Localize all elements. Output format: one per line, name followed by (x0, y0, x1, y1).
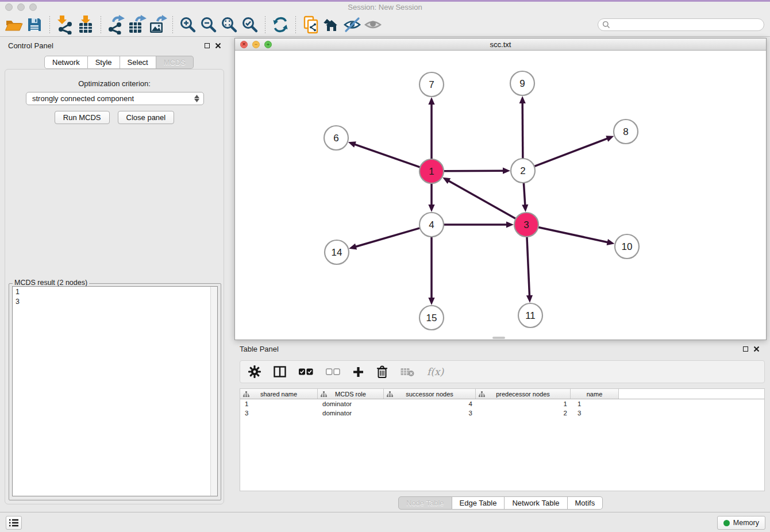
column-header-shared-name[interactable]: shared name (240, 389, 318, 399)
run-mcds-button[interactable]: Run MCDS (55, 111, 110, 124)
gear-icon[interactable] (248, 365, 261, 378)
graph-node-label: 1 (429, 166, 434, 177)
tab-mcds[interactable]: MCDS (156, 56, 194, 69)
graph-edge-arrow (349, 244, 357, 250)
cell-mcds-role[interactable]: dominator (318, 400, 384, 407)
cell-shared-name[interactable]: 3 (240, 410, 318, 417)
table-panel-header: Table Panel (234, 341, 767, 356)
app-zoom-button[interactable] (29, 3, 37, 11)
cell-successor-nodes[interactable]: 3 (384, 410, 476, 417)
refresh-layout-icon[interactable] (270, 14, 291, 35)
show-eye-icon[interactable] (363, 14, 383, 35)
zoom-out-icon[interactable] (198, 14, 219, 35)
function-builder-icon: f(x) (427, 366, 444, 377)
float-panel-icon[interactable] (205, 43, 210, 48)
cell-name[interactable]: 3 (571, 410, 619, 417)
open-folder-icon[interactable] (3, 14, 24, 35)
cell-predecessor-nodes[interactable]: 2 (476, 410, 571, 417)
network-view-window: ✕ − ＋ scc.txt 7968124314101511 (234, 38, 767, 340)
log-console-button[interactable] (6, 516, 22, 530)
zoom-fit-icon[interactable] (219, 14, 240, 35)
import-table-icon[interactable] (75, 14, 96, 35)
node-table: shared name MCDS role successor nodes pr… (240, 388, 765, 491)
network-maximize-button[interactable]: ＋ (264, 41, 272, 48)
close-panel-icon[interactable] (215, 43, 221, 49)
network-canvas[interactable]: 7968124314101511 (235, 51, 766, 340)
toolbar-separator (101, 16, 101, 33)
graph-edge-1-2[interactable] (444, 171, 504, 171)
graph-node-label: 6 (333, 133, 338, 144)
add-column-icon[interactable] (353, 367, 364, 377)
select-all-checkboxes-icon[interactable] (299, 368, 313, 375)
search-input[interactable] (613, 21, 764, 29)
vertical-splitter[interactable] (228, 38, 234, 512)
graph-edge-3-11[interactable] (527, 237, 530, 296)
tab-network-table[interactable]: Network Table (505, 496, 567, 510)
attribute-icon (387, 391, 393, 397)
canvas-scroll-handle[interactable] (492, 337, 505, 339)
close-panel-button[interactable]: Close panel (118, 111, 175, 124)
table-row[interactable]: 1 dominator 4 1 1 (240, 399, 764, 408)
split-panel-icon[interactable] (274, 366, 286, 377)
column-header-successor-nodes[interactable]: successor nodes (384, 389, 476, 399)
tab-network[interactable]: Network (44, 56, 88, 69)
optimization-criterion-select[interactable]: strongly connected component (26, 92, 204, 105)
delete-table-icon (401, 367, 414, 377)
column-label: successor nodes (406, 391, 453, 398)
zoom-selected-icon[interactable] (240, 14, 260, 35)
graph-edge-arrow (606, 136, 614, 141)
mcds-result-list[interactable]: 1 3 (12, 286, 218, 496)
houses-icon[interactable] (321, 14, 342, 35)
graph-node-label: 14 (332, 247, 342, 258)
graph-edge-2-8[interactable] (534, 138, 609, 167)
tab-select[interactable]: Select (120, 56, 156, 69)
graph-edge-arrow (428, 298, 434, 305)
column-header-mcds-role[interactable]: MCDS role (318, 389, 384, 399)
graph-edge-3-10[interactable] (538, 227, 609, 242)
tab-node-table[interactable]: Node Table (398, 496, 452, 510)
table-row[interactable]: 3 dominator 3 2 3 (240, 408, 764, 418)
import-network-icon[interactable] (55, 14, 75, 35)
network-minimize-button[interactable]: − (252, 41, 260, 48)
network-window-titlebar: ✕ − ＋ scc.txt (235, 38, 766, 51)
graph-node-label: 8 (623, 126, 628, 137)
cell-successor-nodes[interactable]: 4 (384, 400, 476, 407)
column-header-name[interactable]: name (571, 389, 619, 399)
deselect-checkboxes-icon[interactable] (326, 368, 340, 375)
graph-edge-2-3[interactable] (523, 183, 525, 206)
export-image-icon[interactable] (147, 14, 168, 35)
close-table-panel-icon[interactable] (753, 346, 760, 352)
search-field[interactable] (598, 18, 764, 31)
graph-edge-arrow (428, 97, 434, 105)
cell-mcds-role[interactable]: dominator (318, 410, 384, 417)
graph-edge-3-1[interactable] (448, 180, 516, 218)
graph-edge-2-9[interactable] (522, 102, 523, 159)
app-minimize-button[interactable] (17, 3, 25, 11)
graph-edge-4-14[interactable] (355, 228, 420, 247)
cell-predecessor-nodes[interactable]: 1 (476, 400, 571, 407)
cell-shared-name[interactable]: 1 (240, 400, 318, 407)
float-table-panel-icon[interactable] (743, 346, 748, 352)
hide-eye-slash-icon[interactable] (342, 14, 363, 35)
graph-edge-arrow (503, 168, 510, 174)
cell-name[interactable]: 1 (571, 400, 619, 407)
mcds-result-line: 3 (16, 297, 214, 307)
app-close-button[interactable] (5, 3, 13, 11)
memory-button[interactable]: Memory (717, 516, 765, 530)
tab-edge-table[interactable]: Edge Table (452, 496, 505, 510)
network-close-button[interactable]: ✕ (240, 41, 248, 48)
tab-style[interactable]: Style (88, 56, 120, 69)
app-title: Session: New Session (0, 3, 770, 11)
column-header-predecessor-nodes[interactable]: predecessor nodes (476, 389, 571, 399)
tab-motifs[interactable]: Motifs (568, 496, 603, 510)
clone-network-icon[interactable] (301, 14, 321, 35)
toolbar-separator (295, 16, 296, 33)
graph-node-label: 2 (520, 165, 525, 176)
graph-edge-1-6[interactable] (354, 144, 420, 167)
export-network-icon[interactable] (106, 14, 126, 35)
result-scrollbar[interactable] (210, 287, 217, 496)
export-table-icon[interactable] (126, 14, 147, 35)
save-floppy-icon[interactable] (24, 14, 45, 35)
trash-icon[interactable] (376, 365, 388, 379)
zoom-in-icon[interactable] (178, 14, 198, 35)
